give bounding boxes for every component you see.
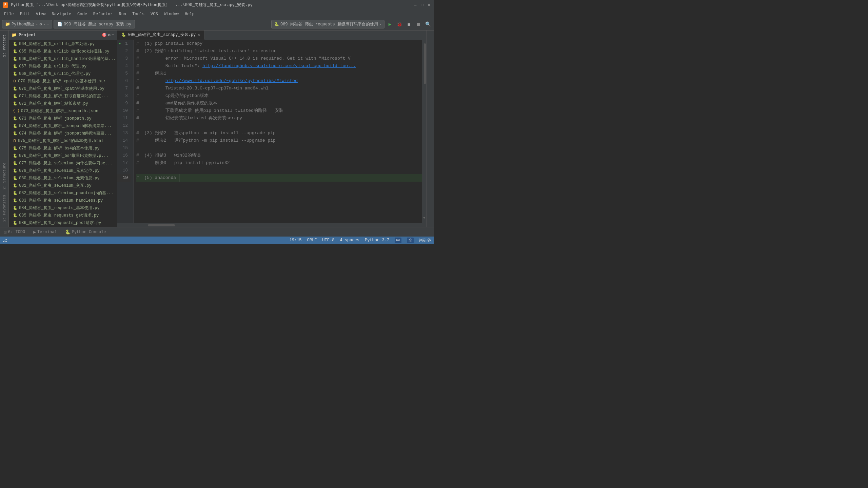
tree-item-067[interactable]: 🐍 067_尚硅谷_爬虫_urllib_代理.py	[9, 62, 117, 70]
line-num-12: 12	[117, 122, 131, 129]
menu-file[interactable]: File	[1, 11, 17, 17]
stop-button[interactable]: ⏹	[414, 20, 422, 28]
py-file-icon: 🐍	[13, 161, 18, 165]
py-file-icon: 🐍	[13, 72, 18, 76]
code-url-4[interactable]: http://landinghub.visualstudio.com/visua…	[202, 62, 356, 70]
json-file-icon: { }	[13, 109, 20, 113]
tree-item-075h[interactable]: 🗒 075_尚硅谷_爬虫_解析_bs4的基本使用.html	[9, 137, 117, 144]
code-text-8: # cp是你的python版本	[136, 92, 209, 100]
menu-help[interactable]: Help	[182, 11, 197, 17]
menu-window[interactable]: Window	[161, 11, 181, 17]
code-line-2: # (2) 报错1：building 'twisted.test.raiser'…	[136, 47, 422, 55]
tree-settings-icon[interactable]: ⚙	[108, 33, 111, 38]
settings-icon[interactable]: ⚙	[39, 22, 42, 27]
sidebar-structure-tab[interactable]: 2: Structure	[1, 160, 8, 192]
tree-item-072[interactable]: 🐍 072_尚硅谷_爬虫_解析_站长素材.py	[9, 100, 117, 107]
menu-run[interactable]: Run	[116, 11, 129, 17]
run-button[interactable]: ▶	[386, 20, 394, 28]
scroll-thumb[interactable]	[424, 43, 426, 84]
tree-item-070py[interactable]: 🐍 070_尚硅谷_爬虫_解析_xpath的基本使用.py	[9, 85, 117, 92]
tree-item-068[interactable]: 🐍 068_尚硅谷_爬虫_urllib_代理池.py	[9, 70, 117, 77]
tree-item-075py[interactable]: 🐍 075_尚硅谷_爬虫_解析_bs4的基本使用.py	[9, 144, 117, 152]
tree-item-079[interactable]: 🐍 079_尚硅谷_爬虫_selenium_元素定位.py	[9, 167, 117, 174]
editor-tab-090[interactable]: 🐍 090_尚硅谷_爬虫_scrapy_安装.py ✕	[117, 30, 204, 40]
code-url-6[interactable]: http://www.lfd.uci.edu/~gohlke/pythonlib…	[165, 77, 298, 85]
code-text-14: # 解决2 运行python -m pip install --upgrade …	[136, 137, 276, 144]
menu-tools[interactable]: Tools	[130, 11, 147, 17]
line-num-2: 2	[117, 47, 131, 55]
tree-item-076[interactable]: 🐍 076_尚硅谷_爬虫_解析_bs4取里巴克数据.p...	[9, 152, 117, 159]
search-button[interactable]: 🔍	[424, 20, 432, 28]
tree-item-086[interactable]: 🐍 086_尚硅谷_爬虫_requests_post请求.py	[9, 219, 117, 226]
sidebar-project-tab[interactable]: 1: Project	[1, 32, 8, 60]
python-console-label: Python Console	[72, 230, 106, 235]
scroll-chevron-icon[interactable]: ▼	[423, 216, 425, 220]
ime-zh[interactable]: 中	[395, 238, 401, 243]
tree-item-070h[interactable]: 🗒 070_尚硅谷_爬虫_解析_xpath的基本使用.htr	[9, 77, 117, 85]
bottom-tab-python-console[interactable]: 🐍 Python Console	[64, 227, 107, 237]
tree-item-066[interactable]: 🐍 066_尚硅谷_爬虫_urllib_handler处理器的基...	[9, 55, 117, 62]
code-line-5: # 解决1	[136, 70, 422, 77]
debug-button[interactable]: 🐞	[395, 20, 403, 28]
menu-code[interactable]: Code	[75, 11, 90, 17]
encoding[interactable]: UTF-8	[322, 238, 334, 243]
menu-vcs[interactable]: VCS	[148, 11, 161, 17]
tree-item-073py[interactable]: 🐍 073_尚硅谷_爬虫_解析_jsonpath.py	[9, 115, 117, 122]
tree-item-065[interactable]: 🐍 065_尚硅谷_爬虫_urllib_微博cookie登陆.py	[9, 47, 117, 55]
tree-item-071[interactable]: 🐍 071_尚硅谷_爬虫_解析_获取百度网站的百度...	[9, 92, 117, 100]
cover-button[interactable]: ◼	[405, 20, 413, 28]
menu-navigate[interactable]: Navigate	[49, 11, 74, 17]
app-icon: P	[3, 2, 8, 8]
sidebar-favorites-tab[interactable]: 2: Favorites	[1, 192, 8, 224]
bottom-tab-terminal[interactable]: ▶ Terminal	[32, 227, 58, 237]
chevron-right-icon: ▸	[36, 22, 38, 27]
horizontal-scrollbar[interactable]	[117, 223, 427, 227]
ime-all[interactable]: 全	[407, 238, 414, 243]
tree-item-077[interactable]: 🐍 077_尚硅谷_爬虫_selenium_为什么要学习se...	[9, 159, 117, 167]
cursor-position[interactable]: 19:15	[290, 238, 302, 243]
close-button[interactable]: ✕	[427, 3, 431, 7]
menu-view[interactable]: View	[33, 11, 48, 17]
tree-item-083[interactable]: 🐍 083_尚硅谷_爬虫_selenium_handless.py	[9, 197, 117, 204]
line-num-3: 3	[117, 55, 131, 62]
tree-item-074a[interactable]: 🐍 074_尚硅谷_爬虫_解析_jsonpath解析淘票票...	[9, 122, 117, 129]
code-text-6a: #	[136, 77, 165, 85]
tree-item-082[interactable]: 🐍 082_尚硅谷_爬虫_selenium_phantomjs的基...	[9, 189, 117, 197]
html-file-icon: 🗒	[13, 139, 17, 143]
code-line-8: # cp是你的python版本	[136, 92, 422, 100]
filename-073py: 073_尚硅谷_爬虫_解析_jsonpath.py	[19, 116, 92, 121]
line-num-5: 5	[117, 70, 131, 77]
menu-edit[interactable]: Edit	[17, 11, 33, 17]
minimize-button[interactable]: —	[413, 3, 418, 7]
tab-close-icon[interactable]: ✕	[198, 33, 200, 37]
tree-item-081[interactable]: 🐍 081_尚硅谷_爬虫_selenium_交互.py	[9, 182, 117, 189]
tree-item-073j[interactable]: { } 073_尚硅谷_爬虫_解析_jsonpath.json	[9, 107, 117, 115]
tree-item-087[interactable]: 🐍 087_尚硅谷_爬虫_requests_代理.py	[9, 226, 117, 227]
tree-item-085[interactable]: 🐍 085_尚硅谷_爬虫_requests_get请求.py	[9, 211, 117, 219]
tree-item-080[interactable]: 🐍 080_尚硅谷_爬虫_selenium_元素信息.py	[9, 174, 117, 182]
run-config-selector[interactable]: 🐍 089_尚硅谷_爬虫_requests_超级鹰打码平台的使用 ▾	[271, 20, 384, 28]
filename-068: 068_尚硅谷_爬虫_urllib_代理池.py	[19, 71, 91, 77]
py-file-icon: 🐍	[13, 86, 18, 91]
toolbar-file: 📄 090_尚硅谷_爬虫_scrapy_安装.py	[54, 20, 135, 28]
code-content: # (1) pip install scrapy # (2) 报错1：build…	[134, 40, 422, 223]
code-text-3: # error: Microsoft Visual C++ 14.0 is re…	[136, 55, 351, 62]
project-breadcrumb[interactable]: 📁 Python爬虫 ▸ ⚙ ▾ —	[2, 20, 52, 28]
tree-collapse-icon[interactable]: —	[112, 33, 114, 38]
run-config-label: 089_尚硅谷_爬虫_requests_超级鹰打码平台的使用	[280, 21, 378, 27]
filename-073j: 073_尚硅谷_爬虫_解析_jsonpath.json	[21, 108, 98, 114]
code-text-2: # (2) 报错1：building 'twisted.test.raiser'…	[136, 47, 276, 55]
filename-075h: 075_尚硅谷_爬虫_解析_bs4的基本使用.html	[18, 138, 103, 144]
tree-scope-icon[interactable]: 🎯	[102, 33, 107, 38]
h-scroll-thumb[interactable]	[148, 224, 175, 226]
tree-item-064[interactable]: 🐍 064_尚硅谷_爬虫_urllib_异常处理.py	[9, 40, 117, 47]
tree-item-084[interactable]: 🐍 084_尚硅谷_爬虫_requests_基本使用.py	[9, 204, 117, 211]
bottom-tab-todo[interactable]: ☑ 6: TODO	[3, 227, 26, 237]
tree-item-074b[interactable]: 🐍 074_尚硅谷_爬虫_解析_jsonpath解析淘票票...	[9, 129, 117, 137]
python-version[interactable]: Python 3.7	[365, 238, 389, 243]
code-editor[interactable]: ▶ 1 2 3 4 5 6 7 8 9 10 11 12 13 14 15 16…	[117, 40, 427, 223]
indent[interactable]: 4 spaces	[340, 238, 359, 243]
line-ending[interactable]: CRLF	[307, 238, 317, 243]
menu-refactor[interactable]: Refactor	[91, 11, 116, 17]
maximize-button[interactable]: □	[420, 3, 425, 7]
